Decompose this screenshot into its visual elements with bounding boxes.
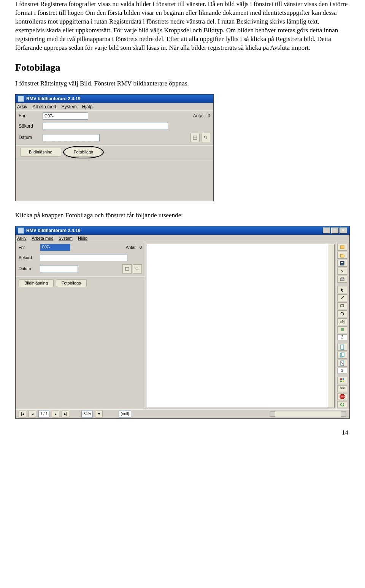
label-datum: Datum <box>19 134 40 141</box>
tool-circle-icon[interactable] <box>337 310 347 317</box>
tool-refresh-icon[interactable] <box>337 401 347 408</box>
tab-bar: Bildinläsning Fotobilaga <box>16 145 213 159</box>
menu-arkiv[interactable]: Arkiv <box>17 104 27 110</box>
horizontal-scroll[interactable] <box>133 411 346 417</box>
nav-last-icon[interactable]: ▸| <box>62 411 69 417</box>
svg-rect-21 <box>340 378 342 380</box>
tool-delete-icon[interactable]: ✕ <box>337 268 347 275</box>
tool-page-del-icon[interactable] <box>337 360 347 367</box>
tool-page-copy-icon[interactable] <box>337 352 347 359</box>
svg-rect-9 <box>341 262 343 263</box>
tool-page-new-icon[interactable] <box>337 344 347 351</box>
value-antal: 0 <box>208 113 210 119</box>
menu-hjalp[interactable]: Hjälp <box>82 104 92 110</box>
tab-fotobilaga[interactable]: Fotobilaga <box>65 148 102 156</box>
paragraph-click: Klicka på knappen Fotobilaga och fönstre… <box>15 211 350 220</box>
value-antal-2: 0 <box>140 245 142 250</box>
search-icon-2[interactable] <box>133 264 142 273</box>
app-icon <box>18 228 24 234</box>
search-icon-svg <box>203 135 208 140</box>
label-datum-2: Datum <box>19 266 37 272</box>
tool-stop-icon[interactable]: STOP <box>337 393 347 400</box>
input-fnr[interactable]: C07- <box>43 112 88 120</box>
titlebar: RMV bildhanterare 2.4.19 <box>16 95 213 103</box>
tool-pointer-icon[interactable] <box>337 286 347 293</box>
svg-rect-13 <box>341 305 344 307</box>
label-fnr: Fnr <box>19 113 40 119</box>
label-sokord-2: Sökord <box>19 255 37 261</box>
tab-bar-2: Bildinläsning Fotobilaga <box>16 277 145 289</box>
hscroll-left-icon[interactable] <box>270 411 275 417</box>
maximize-button[interactable]: □ <box>331 228 339 234</box>
tool-text-icon[interactable]: ab| <box>337 318 347 325</box>
tab-bildinlasning-2[interactable]: Bildinläsning <box>19 279 54 287</box>
tool-line-icon[interactable] <box>337 294 347 301</box>
input-sokord[interactable] <box>43 123 168 130</box>
right-toolbar: ✕ ab| 2 3 abc STOP <box>336 242 349 409</box>
svg-rect-24 <box>343 381 344 382</box>
menu-arkiv-2[interactable]: Arkiv <box>17 236 26 241</box>
paragraph-intro: I fönstret Registrera fotografier visas … <box>15 0 350 52</box>
input-fnr-2[interactable]: C07- <box>40 244 70 251</box>
menubar-2: Arkiv Arbeta med System Hjälp <box>16 235 349 242</box>
svg-rect-15 <box>341 328 344 331</box>
menu-system-2[interactable]: System <box>59 236 73 241</box>
tab-fotobilaga-2[interactable]: Fotobilaga <box>56 279 87 287</box>
menu-system[interactable]: System <box>62 104 77 110</box>
titlebar-2: RMV bildhanterare 2.4.19 _ □ ✕ <box>16 226 349 235</box>
input-datum[interactable] <box>43 134 100 141</box>
svg-rect-4 <box>125 267 129 270</box>
tool-abc-icon[interactable]: abc <box>337 385 347 392</box>
svg-text:STOP: STOP <box>341 395 345 398</box>
status-null: (null) <box>119 411 131 417</box>
status-page: 1 / 1 <box>38 411 49 417</box>
status-bar: |◂ ◂ 1 / 1 ▸ ▸| 84% ▾ (null) <box>16 409 349 418</box>
window-title-2: RMV bildhanterare 2.4.19 <box>26 228 81 234</box>
tool-rect-icon[interactable] <box>337 302 347 309</box>
close-button[interactable]: ✕ <box>340 228 347 234</box>
heading-fotobilaga: Fotobilaga <box>15 61 350 74</box>
vertical-scrollbar[interactable] <box>328 244 334 408</box>
window-controls: _ □ ✕ <box>323 228 347 234</box>
label-antal: Antal: <box>193 113 205 119</box>
label-sokord: Sökord <box>19 123 40 129</box>
document-canvas[interactable] <box>147 244 335 408</box>
nav-next-icon[interactable]: ▸ <box>52 411 59 417</box>
svg-rect-16 <box>341 345 344 349</box>
label-antal-2: Antal: <box>126 245 136 250</box>
window-title: RMV bildhanterare 2.4.19 <box>26 96 81 102</box>
menu-arbeta-med[interactable]: Arbeta med <box>33 104 56 110</box>
search-icon[interactable] <box>201 133 210 142</box>
tool-open-icon[interactable] <box>337 252 347 259</box>
label-fnr-2: Fnr <box>19 245 37 250</box>
nav-prev-icon[interactable]: ◂ <box>29 411 36 417</box>
left-panel: Fnr C07- Antal: 0 Sökord Datum <box>16 242 145 409</box>
tab-bildinlasning[interactable]: Bildinläsning <box>20 148 61 156</box>
svg-rect-18 <box>341 352 344 356</box>
menubar: Arkiv Arbeta med System Hjälp <box>16 103 213 111</box>
menu-arbeta-med-2[interactable]: Arbeta med <box>32 236 53 241</box>
screenshot-rmv-small: RMV bildhanterare 2.4.19 Arkiv Arbeta me… <box>15 94 214 201</box>
calendar-icon-svg <box>193 135 197 140</box>
tool-save-icon[interactable] <box>337 260 347 267</box>
input-sokord-2[interactable] <box>40 254 127 261</box>
tool-layout-icon[interactable] <box>337 377 347 384</box>
svg-rect-11 <box>341 277 343 279</box>
tool-scanner-icon[interactable] <box>337 244 347 251</box>
calendar-icon[interactable] <box>190 133 200 142</box>
zoom-dropdown-icon[interactable]: ▾ <box>95 411 103 417</box>
svg-line-6 <box>138 269 139 270</box>
hscroll-right-icon[interactable] <box>341 411 346 417</box>
input-datum-2[interactable] <box>40 265 78 272</box>
empty-area <box>16 159 213 201</box>
svg-line-3 <box>206 138 208 139</box>
tool-print-icon[interactable] <box>337 276 347 283</box>
menu-hjalp-2[interactable]: Hjälp <box>78 236 87 241</box>
minimize-button[interactable]: _ <box>323 228 330 234</box>
calendar-icon-2[interactable] <box>122 264 132 273</box>
status-zoom[interactable]: 84% <box>81 411 93 417</box>
svg-rect-0 <box>193 136 197 139</box>
nav-first-icon[interactable]: |◂ <box>19 411 26 417</box>
tool-group-a-label: 2 <box>337 334 347 340</box>
tool-fill-icon[interactable] <box>337 326 347 333</box>
